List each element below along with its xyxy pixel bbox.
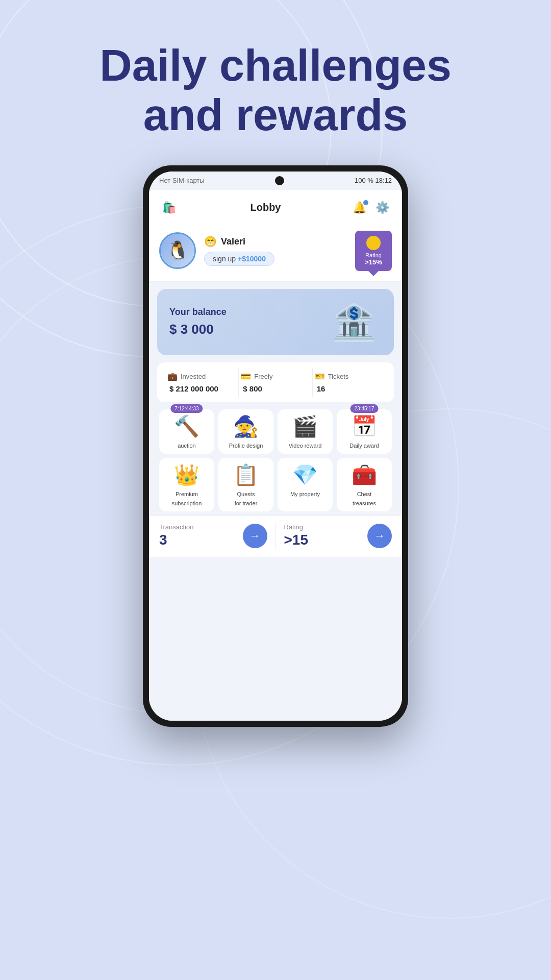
auction-label: auction bbox=[178, 443, 195, 449]
avatar-image: 🐧 bbox=[161, 234, 194, 267]
my-property-emoji: 💎 bbox=[282, 463, 329, 487]
bottom-bar: Transaction 3 → Rating >15 → bbox=[149, 516, 402, 557]
status-bar: Нет SIM-карты 100 % 18:12 bbox=[149, 172, 402, 190]
activity-video-reward[interactable]: 🎬 Video reward bbox=[278, 409, 333, 454]
chest-emoji: 🧰 bbox=[341, 463, 388, 487]
freely-value: $ 800 bbox=[241, 384, 310, 393]
my-property-label: My property bbox=[290, 491, 320, 497]
video-reward-label: Video reward bbox=[289, 443, 322, 449]
rating-item: Rating >15 bbox=[284, 523, 368, 548]
balance-label: Your balance bbox=[169, 307, 227, 317]
avatar[interactable]: 🐧 bbox=[159, 232, 196, 269]
transaction-item: Transaction 3 bbox=[159, 523, 243, 548]
rating-bottom-label: Rating bbox=[284, 523, 304, 531]
app-content: 🛍️ Lobby 🔔 ⚙️ 🐧 😁 V bbox=[149, 190, 402, 721]
safe-illustration: 🏦 bbox=[325, 299, 382, 345]
quests-label: Questsfor trader bbox=[235, 491, 258, 506]
auction-timer: 7:12:44:33 bbox=[170, 404, 203, 413]
quests-emoji: 📋 bbox=[222, 463, 269, 487]
rating-coin-icon bbox=[366, 236, 381, 250]
tickets-icon: 🎫 bbox=[315, 372, 325, 381]
page-title-section: Daily challenges and rewards bbox=[0, 0, 551, 165]
transaction-label: Transaction bbox=[159, 523, 193, 531]
activity-daily-award[interactable]: 23:45:17 📅 Daily award bbox=[337, 409, 392, 454]
stat-invested-label-row: 💼 Invested bbox=[167, 372, 236, 381]
rating-value: >15% bbox=[362, 258, 385, 266]
signup-amount: +$10000 bbox=[238, 255, 266, 263]
header-actions: 🔔 ⚙️ bbox=[353, 198, 392, 217]
invested-icon: 💼 bbox=[167, 372, 178, 381]
video-reward-emoji: 🎬 bbox=[282, 414, 329, 438]
activity-profile-design[interactable]: 🧙 Profile design bbox=[218, 409, 273, 454]
transaction-value: 3 bbox=[159, 532, 167, 548]
activity-chest-treasures[interactable]: 🧰 Chesttreasures bbox=[337, 458, 392, 511]
header-title: Lobby bbox=[251, 202, 281, 213]
freely-label: Freely bbox=[254, 373, 272, 380]
status-carrier: Нет SIM-карты bbox=[159, 177, 205, 184]
app-header: 🛍️ Lobby 🔔 ⚙️ bbox=[149, 190, 402, 223]
rating-label: Rating bbox=[362, 252, 385, 258]
activity-premium[interactable]: 👑 Premiumsubscription bbox=[159, 458, 214, 511]
rating-bottom-value: >15 bbox=[284, 532, 309, 548]
balance-text: Your balance $ 3 000 bbox=[169, 307, 227, 337]
status-time: 100 % 18:12 bbox=[355, 177, 392, 184]
settings-icon[interactable]: ⚙️ bbox=[372, 198, 392, 217]
camera-dot bbox=[275, 176, 284, 185]
daily-award-label: Daily award bbox=[349, 443, 379, 449]
premium-label: Premiumsubscription bbox=[172, 491, 202, 506]
stat-tickets-label-row: 🎫 Tickets bbox=[315, 372, 384, 381]
profile-info: 😁 Valeri sign up +$10000 bbox=[204, 235, 347, 266]
profile-name-row: 😁 Valeri bbox=[204, 235, 347, 248]
auction-emoji: 🔨 bbox=[163, 414, 210, 438]
profile-design-label: Profile design bbox=[229, 443, 263, 449]
invested-label: Invested bbox=[181, 373, 206, 380]
tickets-value: 16 bbox=[315, 384, 384, 393]
activity-quests[interactable]: 📋 Questsfor trader bbox=[218, 458, 273, 511]
stat-freely: 💳 Freely $ 800 bbox=[239, 368, 312, 397]
daily-award-timer: 23:45:17 bbox=[350, 404, 379, 413]
phone-frame: Нет SIM-карты 100 % 18:12 🛍️ Lobby 🔔 ⚙️ bbox=[143, 165, 408, 727]
balance-amount: $ 3 000 bbox=[169, 322, 227, 337]
stat-freely-label-row: 💳 Freely bbox=[241, 372, 310, 381]
balance-card: Your balance $ 3 000 🏦 bbox=[157, 289, 394, 355]
profile-emoji: 😁 bbox=[204, 235, 217, 248]
profile-design-emoji: 🧙 bbox=[222, 414, 269, 438]
rating-badge: Rating >15% bbox=[355, 231, 392, 271]
page-title: Daily challenges and rewards bbox=[0, 41, 551, 140]
freely-icon: 💳 bbox=[241, 372, 251, 381]
phone-screen: Нет SIM-карты 100 % 18:12 🛍️ Lobby 🔔 ⚙️ bbox=[149, 172, 402, 721]
profile-section: 🐧 😁 Valeri sign up +$10000 Rating >15% bbox=[149, 223, 402, 282]
chest-label: Chesttreasures bbox=[353, 491, 376, 506]
transaction-arrow-button[interactable]: → bbox=[243, 524, 267, 548]
activity-row-2: 👑 Premiumsubscription 📋 Questsfor trader… bbox=[157, 458, 394, 511]
stat-invested: 💼 Invested $ 212 000 000 bbox=[165, 368, 239, 397]
premium-emoji: 👑 bbox=[163, 463, 210, 487]
activity-section: 7:12:44:33 🔨 auction 🧙 Profile design 🎬 … bbox=[149, 409, 402, 511]
tickets-label: Tickets bbox=[328, 373, 349, 380]
activity-my-property[interactable]: 💎 My property bbox=[278, 458, 333, 511]
activity-auction[interactable]: 7:12:44:33 🔨 auction bbox=[159, 409, 214, 454]
stats-row: 💼 Invested $ 212 000 000 💳 Freely $ 800 … bbox=[157, 362, 394, 402]
stat-tickets: 🎫 Tickets 16 bbox=[313, 368, 386, 397]
invested-value: $ 212 000 000 bbox=[167, 384, 236, 393]
rating-arrow-button[interactable]: → bbox=[367, 524, 392, 548]
signup-badge[interactable]: sign up +$10000 bbox=[204, 252, 274, 266]
daily-award-emoji: 📅 bbox=[341, 414, 388, 438]
activity-row-1: 7:12:44:33 🔨 auction 🧙 Profile design 🎬 … bbox=[157, 409, 394, 454]
profile-name: Valeri bbox=[221, 236, 245, 247]
cart-icon[interactable]: 🛍️ bbox=[159, 198, 179, 217]
bottom-divider bbox=[276, 523, 276, 549]
notification-badge bbox=[363, 200, 368, 205]
notification-icon[interactable]: 🔔 bbox=[353, 201, 366, 214]
